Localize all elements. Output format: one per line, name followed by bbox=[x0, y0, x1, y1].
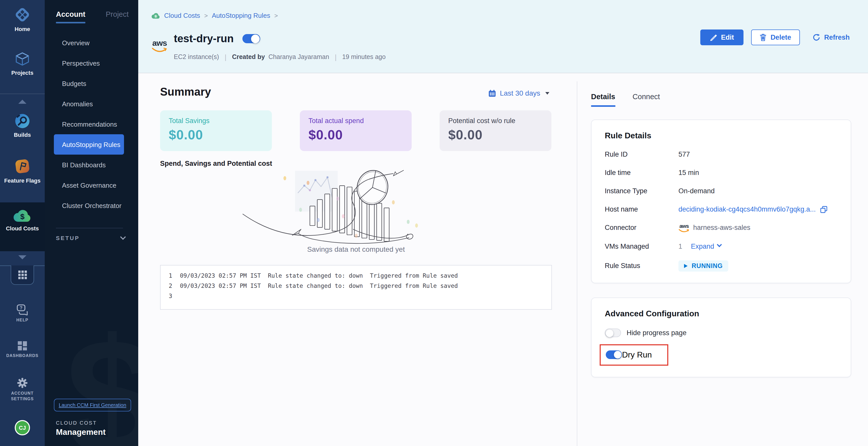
play-icon bbox=[684, 264, 688, 268]
svg-text:$: $ bbox=[155, 15, 157, 18]
delete-button[interactable]: Delete bbox=[751, 29, 800, 45]
log-line: 209/03/2023 02:57 PM IST Rule state chan… bbox=[169, 281, 543, 291]
apps-grid-icon bbox=[18, 271, 27, 279]
row-label: Idle time bbox=[605, 169, 678, 176]
expand-label: Expand bbox=[691, 242, 714, 250]
date-range-dropdown[interactable]: Last 30 days bbox=[488, 89, 549, 97]
brand-management: Management bbox=[56, 428, 106, 437]
log-line-number: 3 bbox=[169, 291, 180, 301]
row-label: Connector bbox=[605, 224, 678, 232]
rail-scroll-down[interactable] bbox=[0, 255, 45, 259]
setup-section-toggle[interactable]: SETUP bbox=[56, 235, 125, 241]
breadcrumb-autostopping-rules[interactable]: AutoStopping Rules bbox=[212, 12, 270, 19]
hide-progress-label: Hide progress page bbox=[627, 329, 687, 336]
breadcrumb: $ Cloud Costs > AutoStopping Rules > bbox=[151, 12, 282, 19]
rail-item-home[interactable]: Home bbox=[0, 6, 45, 32]
dry-run-toggle[interactable] bbox=[606, 350, 622, 359]
breadcrumb-separator: > bbox=[204, 12, 208, 19]
rule-details-heading: Rule Details bbox=[605, 131, 838, 140]
header-actions: Edit Delete Refresh bbox=[700, 29, 851, 45]
edit-button[interactable]: Edit bbox=[700, 29, 743, 45]
aws-logo-icon: aws bbox=[151, 39, 168, 52]
module-switcher-button[interactable] bbox=[11, 265, 34, 285]
tab-details[interactable]: Details bbox=[591, 93, 615, 107]
sidebar-item-budgets[interactable]: Budgets bbox=[45, 73, 138, 94]
refresh-label: Refresh bbox=[824, 34, 850, 41]
active-tab-underline bbox=[56, 22, 85, 23]
tab-account[interactable]: Account bbox=[56, 10, 85, 23]
rail-item-account-settings[interactable]: ACCOUNT SETTINGS bbox=[0, 377, 45, 402]
edit-label: Edit bbox=[721, 34, 734, 41]
gear-icon bbox=[17, 377, 28, 389]
breadcrumb-cloud-costs[interactable]: Cloud Costs bbox=[164, 12, 200, 19]
summary-section: Summary Last 30 days Total Savings bbox=[138, 73, 577, 446]
svg-text:?: ? bbox=[20, 305, 23, 310]
sidebar-item-cluster-orchestrator[interactable]: Cluster Orchestrator bbox=[45, 195, 138, 216]
rule-enabled-toggle[interactable] bbox=[242, 34, 260, 43]
hide-progress-row: Hide progress page bbox=[605, 328, 838, 337]
rail-divider bbox=[0, 94, 45, 94]
status-text: RUNNING bbox=[692, 262, 723, 269]
user-avatar-wrap[interactable]: CJ bbox=[0, 420, 45, 435]
sidebar-divider bbox=[56, 228, 123, 228]
host-name-row: Host name deciding-kodiak-cg4qcs4h0mmv6l… bbox=[605, 205, 838, 214]
sidebar-item-overview[interactable]: Overview bbox=[45, 33, 138, 53]
row-label: Rule ID bbox=[605, 151, 678, 158]
copy-icon[interactable] bbox=[820, 206, 827, 213]
connector-name: harness-aws-sales bbox=[693, 224, 750, 232]
log-line-text: 09/03/2023 02:57 PM IST Rule state chang… bbox=[180, 271, 458, 281]
sidebar-item-autostopping-rules[interactable]: AutoStopping Rules bbox=[54, 134, 124, 155]
advanced-configuration-card: Advanced Configuration Hide progress pag… bbox=[591, 297, 851, 377]
rail-label: HELP bbox=[16, 318, 28, 323]
rail-item-cloud-costs[interactable]: $ Cloud Costs bbox=[0, 202, 45, 251]
setup-label: SETUP bbox=[56, 235, 80, 241]
sidebar-item-recommendations[interactable]: Recommendations bbox=[45, 114, 138, 134]
status-badge: RUNNING bbox=[678, 260, 728, 271]
rail-item-help[interactable]: ? HELP bbox=[0, 304, 45, 323]
rail-item-feature-flags[interactable]: Feature Flags bbox=[0, 158, 45, 184]
projects-icon bbox=[14, 51, 30, 67]
sidebar-item-perspectives[interactable]: Perspectives bbox=[45, 53, 138, 73]
vms-count: 1 bbox=[678, 242, 682, 250]
breadcrumb-separator: > bbox=[274, 12, 278, 19]
rail-label: Builds bbox=[14, 132, 31, 138]
chevron-up-icon bbox=[18, 100, 26, 104]
builds-icon bbox=[14, 113, 30, 129]
chevron-down-icon bbox=[717, 242, 722, 247]
empty-chart-illustration bbox=[160, 170, 552, 246]
row-value: 577 bbox=[678, 151, 690, 158]
scope-tabs: Account Project bbox=[56, 10, 129, 23]
expand-vms-link[interactable]: Expand bbox=[691, 242, 721, 250]
cloud-costs-sidebar: $ Account Project Overview Perspectives … bbox=[45, 0, 138, 446]
rule-activity-log[interactable]: 109/03/2023 02:57 PM IST Rule state chan… bbox=[160, 265, 552, 310]
rail-label: Cloud Costs bbox=[6, 225, 39, 231]
created-by-value: Charanya Jayaraman bbox=[268, 53, 329, 61]
chart-heading: Spend, Savings and Potential cost bbox=[160, 160, 272, 167]
rule-age: 19 minutes ago bbox=[342, 53, 386, 61]
rail-item-dashboards[interactable]: DASHBOARDS bbox=[0, 341, 45, 359]
dashboards-icon bbox=[17, 341, 27, 351]
launch-ccm-first-gen-button[interactable]: Launch CCM First Generation bbox=[54, 398, 131, 411]
sidebar-item-asset-governance[interactable]: Asset Governance bbox=[45, 175, 138, 195]
date-range-label: Last 30 days bbox=[500, 89, 540, 97]
rail-item-projects[interactable]: Projects bbox=[0, 51, 45, 76]
refresh-button[interactable]: Refresh bbox=[811, 30, 851, 45]
sidebar-item-anomalies[interactable]: Anomalies bbox=[45, 94, 138, 114]
active-tab-underline bbox=[591, 105, 615, 107]
log-line: 109/03/2023 02:57 PM IST Rule state chan… bbox=[169, 271, 543, 281]
rail-scroll-up[interactable] bbox=[0, 100, 45, 104]
pencil-icon bbox=[710, 34, 717, 41]
tab-project[interactable]: Project bbox=[106, 10, 129, 23]
details-tabs: Details Connect bbox=[591, 93, 868, 107]
autostopping-rule-page: Home Projects Builds bbox=[0, 0, 868, 446]
host-name-link[interactable]: deciding-kodiak-cg4qcs4h0mmv6lo7gqkg.a..… bbox=[678, 205, 816, 213]
rail-label: Projects bbox=[11, 70, 34, 76]
sidebar-item-bi-dashboards[interactable]: BI Dashboards bbox=[45, 155, 138, 175]
tab-label: Project bbox=[106, 10, 129, 18]
summary-cards: Total Savings $0.00 Total actual spend $… bbox=[160, 110, 551, 151]
avatar[interactable]: CJ bbox=[15, 420, 30, 435]
log-line-number: 1 bbox=[169, 271, 180, 281]
hide-progress-toggle[interactable] bbox=[605, 328, 621, 337]
rail-item-builds[interactable]: Builds bbox=[0, 113, 45, 138]
tab-connect[interactable]: Connect bbox=[632, 93, 660, 107]
